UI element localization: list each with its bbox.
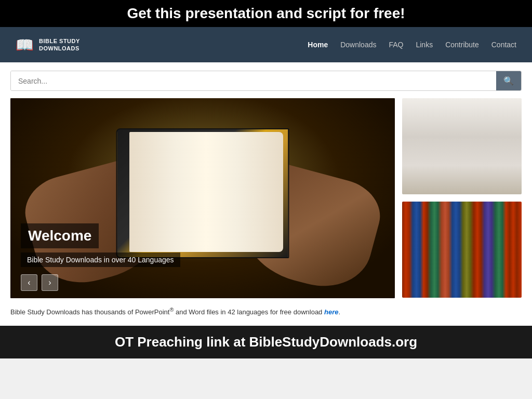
- search-button[interactable]: 🔍: [496, 71, 521, 90]
- bottom-banner: OT Preaching link at BibleStudyDownloads…: [0, 326, 532, 358]
- desc-before: Bible Study Downloads has thousands of P…: [10, 308, 169, 316]
- top-banner-text: Get this presentation and script for fre…: [127, 5, 405, 21]
- next-icon: ›: [48, 278, 51, 287]
- top-banner: Get this presentation and script for fre…: [0, 0, 532, 27]
- nav-downloads[interactable]: Downloads: [340, 41, 376, 49]
- book-icon: 📖: [16, 36, 34, 54]
- nav-faq[interactable]: FAQ: [389, 41, 403, 49]
- thumbnail-2[interactable]: [402, 202, 522, 298]
- slider-subtitle: Bible Study Downloads in over 40 Languag…: [21, 252, 180, 267]
- slider-next-button[interactable]: ›: [42, 274, 58, 291]
- logo-text: BIBLE STUDY DOWNLOADS: [39, 37, 80, 52]
- thumbnail-1[interactable]: [402, 98, 522, 194]
- search-bar: 🔍: [10, 71, 522, 91]
- here-link[interactable]: here: [324, 308, 338, 316]
- nav-home[interactable]: Home: [308, 41, 328, 49]
- logo-area: 📖 BIBLE STUDY DOWNLOADS: [16, 36, 80, 54]
- nav-contribute[interactable]: Contribute: [445, 41, 479, 49]
- books-image: [402, 202, 522, 298]
- search-input[interactable]: [11, 71, 496, 90]
- desc-period: .: [338, 308, 340, 316]
- prev-icon: ‹: [28, 278, 30, 287]
- sidebar-thumbnails: [402, 98, 522, 298]
- slider-controls: ‹ ›: [21, 274, 58, 291]
- content-grid: Welcome Bible Study Downloads in over 40…: [10, 98, 522, 298]
- slider-title: Welcome: [21, 223, 99, 248]
- description-text: Bible Study Downloads has thousands of P…: [10, 305, 522, 317]
- laptop-image: [402, 98, 522, 194]
- nav-links[interactable]: Links: [416, 41, 433, 49]
- desc-after: and Word files in 42 languages for free …: [174, 308, 324, 316]
- slider-overlay: Welcome Bible Study Downloads in over 40…: [21, 223, 384, 267]
- main-slider: Welcome Bible Study Downloads in over 40…: [10, 98, 395, 298]
- slider-background: [10, 98, 395, 298]
- nav-contact[interactable]: Contact: [491, 41, 516, 49]
- search-icon: 🔍: [503, 76, 514, 85]
- main-nav: Home Downloads FAQ Links Contribute Cont…: [308, 41, 516, 49]
- header: 📖 BIBLE STUDY DOWNLOADS Home Downloads F…: [0, 27, 532, 62]
- slider-photo: [10, 98, 395, 298]
- bottom-banner-text: OT Preaching link at BibleStudyDownloads…: [115, 334, 417, 350]
- slider-prev-button[interactable]: ‹: [21, 274, 37, 291]
- main-content: 🔍 Welcome Bible Study Downloads in over …: [0, 62, 532, 326]
